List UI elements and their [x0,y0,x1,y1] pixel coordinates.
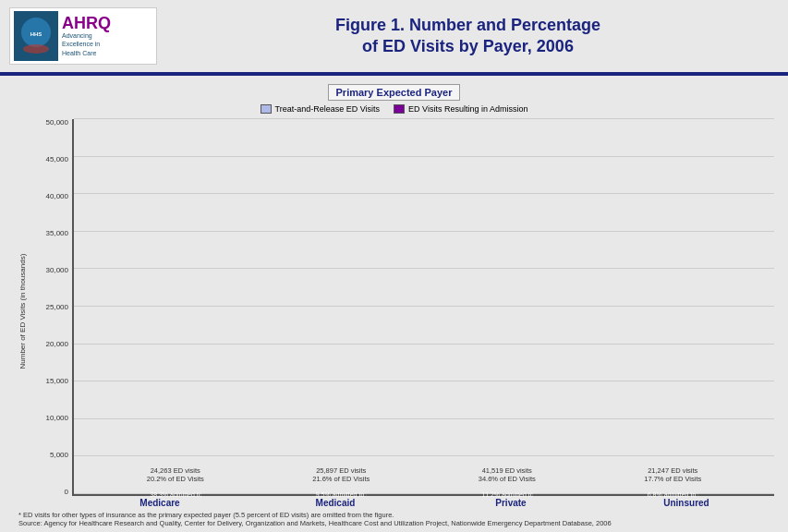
bar-wrapper: 41,519 ED visits34.6% of ED Visits11.2% … [479,181,535,494]
y-tick: 15,000 [46,378,68,385]
bar-segment-treat [148,381,203,494]
y-tick: 30,000 [46,267,68,274]
legend-box-admit [394,104,405,114]
bar-admit-inner-label: 11.2% admitted to the hospital [481,196,532,202]
chart-title-area: Primary Expected Payer [14,83,774,101]
y-tick: 40,000 [46,193,68,200]
bar-segment-treat [645,345,700,494]
bar-admit-inner-label: 9.5% admitted to the hospital [316,305,367,311]
plot-with-yaxis: 50,00045,00040,00035,00030,00025,00020,0… [30,119,774,496]
x-axis-labels: MedicareMedicaidPrivateUninsured [30,498,774,508]
bar-above-label: 21,247 ED visits17.7% of ED Visits [644,307,701,323]
bar-group: 24,263 ED visits20.2% of ED Visits38.3% … [148,311,203,494]
y-tick: 5,000 [50,452,68,459]
bar-wrapper: 24,263 ED visits20.2% of ED Visits38.3% … [148,311,203,494]
y-tick: 10,000 [46,415,68,422]
legend: Treat-and-Release ED Visits ED Visits Re… [14,104,774,114]
bar-segment-admit: 11.2% admitted to the hospital [479,181,535,216]
bar-segment-treat [479,216,535,494]
svg-text:HHS: HHS [30,31,42,37]
y-tick: 45,000 [46,156,68,163]
bar-above-label: 41,519 ED visits34.6% of ED Visits [479,153,536,170]
ahrq-logo: AHRQ Advancing Excellence in Health Care [62,15,111,56]
footnote2: Source: Agency for Healthcare Research a… [18,519,770,527]
plot-area: 24,263 ED visits20.2% of ED Visits38.3% … [72,119,774,496]
bar-segment-admit: 6.8% admitted to the hospital [645,334,700,345]
chart-area: Number of ED Visits (in thousands) 50,00… [14,119,774,508]
chart-inner: 50,00045,00040,00035,00030,00025,00020,0… [30,119,774,508]
footnote1: * ED visits for other types of insurance… [18,511,770,519]
bars-container: 24,263 ED visits20.2% of ED Visits38.3% … [74,119,774,494]
footnotes: * ED visits for other types of insurance… [14,511,774,527]
title-area: Figure 1. Number and Percentage of ED Vi… [157,15,779,58]
x-axis-label: Uninsured [649,498,723,508]
x-axis-label: Private [474,498,548,508]
bar-segment-treat [313,318,369,494]
logo-area: HHS AHRQ Advancing Excellence in Health … [9,7,157,65]
page: HHS AHRQ Advancing Excellence in Health … [0,0,788,532]
ahrq-name: AHRQ [62,15,111,31]
y-tick: 25,000 [46,304,68,311]
y-axis-label-container: Number of ED Visits (in thousands) [14,119,30,508]
bar-above-label: 24,263 ED visits20.2% of ED Visits [147,284,204,300]
y-tick: 50,000 [46,119,68,127]
y-axis: 50,00045,00040,00035,00030,00025,00020,0… [30,119,72,496]
bar-group: 21,247 ED visits17.7% of ED Visits6.8% a… [645,334,700,494]
ahrq-subtitle: Advancing Excellence in Health Care [62,31,111,56]
y-tick: 20,000 [46,341,68,348]
legend-label-admit: ED Visits Resulting in Admission [408,104,527,114]
bar-group: 25,897 ED visits21.6% of ED Visits9.5% a… [313,299,369,494]
header: HHS AHRQ Advancing Excellence in Health … [0,0,788,72]
bar-admit-inner-label: 38.3% admitted to the hospital [150,344,200,350]
y-axis-label: Number of ED Visits (in thousands) [18,259,27,369]
x-axis-label: Medicare [123,498,197,508]
bar-segment-admit: 9.5% admitted to the hospital [313,299,369,318]
y-tick: 0 [65,489,68,496]
legend-box-treat [261,104,272,114]
svg-point-3 [23,44,49,54]
x-axis-label: Medicaid [298,498,372,508]
bar-admit-inner-label: 6.8% admitted to the hospital [648,336,698,343]
chart-title: Figure 1. Number and Percentage of ED Vi… [166,15,770,58]
primary-payer-label: Primary Expected Payer [328,84,461,101]
legend-item-admit: ED Visits Resulting in Admission [394,104,527,114]
legend-item-treat: Treat-and-Release ED Visits [261,104,381,114]
bar-group: 41,519 ED visits34.6% of ED Visits11.2% … [479,181,535,494]
legend-label-treat: Treat-and-Release ED Visits [275,104,381,114]
bar-above-label: 25,897 ED visits21.6% of ED Visits [312,272,370,288]
y-tick: 35,000 [46,230,68,237]
chart-container: Primary Expected Payer Treat-and-Release… [0,76,788,532]
bar-wrapper: 25,897 ED visits21.6% of ED Visits9.5% a… [313,299,369,494]
bar-segment-admit: 38.3% admitted to the hospital [148,311,203,381]
hhs-logo: HHS [14,11,58,61]
bar-wrapper: 21,247 ED visits17.7% of ED Visits6.8% a… [645,334,700,494]
